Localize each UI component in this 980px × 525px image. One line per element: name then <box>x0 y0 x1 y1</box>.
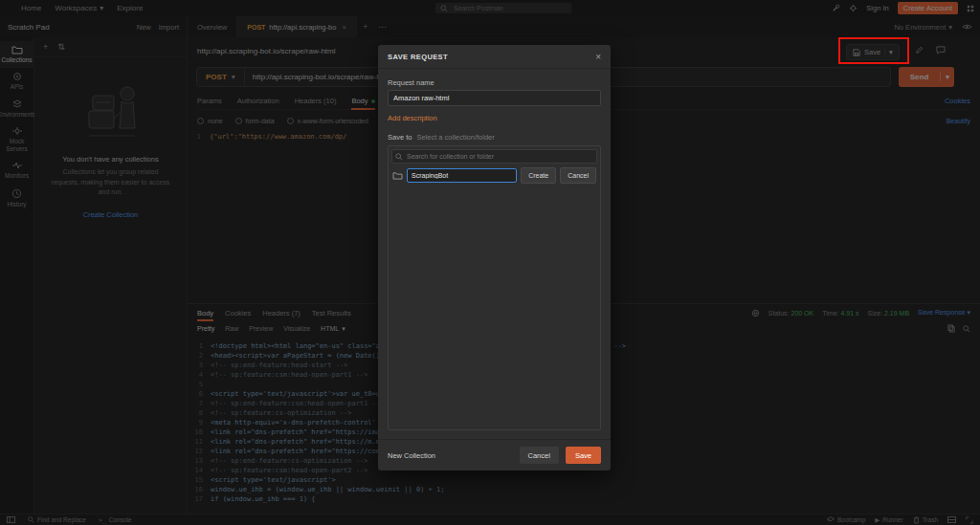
save-to-hint: Select a collection/folder <box>416 133 494 142</box>
request-name-input[interactable] <box>388 90 601 106</box>
collection-search-input[interactable] <box>391 149 597 164</box>
request-name-label: Request name <box>388 78 601 87</box>
cancel-button[interactable]: Cancel <box>520 447 559 464</box>
modal-title: SAVE REQUEST <box>388 53 448 61</box>
new-collection-name-input[interactable] <box>407 168 517 183</box>
new-collection-link[interactable]: New Collection <box>388 451 435 460</box>
collection-picker: Create Cancel <box>388 145 601 430</box>
modal-save-button[interactable]: Save <box>566 447 601 464</box>
folder-icon <box>392 171 403 180</box>
save-request-modal: SAVE REQUEST × Request name Add descript… <box>378 45 611 470</box>
annotation-highlight-save-button <box>838 37 909 64</box>
add-description-link[interactable]: Add description <box>388 114 601 122</box>
save-to-label: Save to <box>388 133 412 142</box>
postman-app-window: Home Workspaces ▾ Explore Sign In Create… <box>0 0 980 525</box>
create-button[interactable]: Create <box>521 167 556 184</box>
cancel-create-button[interactable]: Cancel <box>560 167 596 184</box>
close-icon[interactable]: × <box>595 52 601 62</box>
search-icon <box>395 153 403 161</box>
collection-list-empty-area <box>391 185 597 427</box>
